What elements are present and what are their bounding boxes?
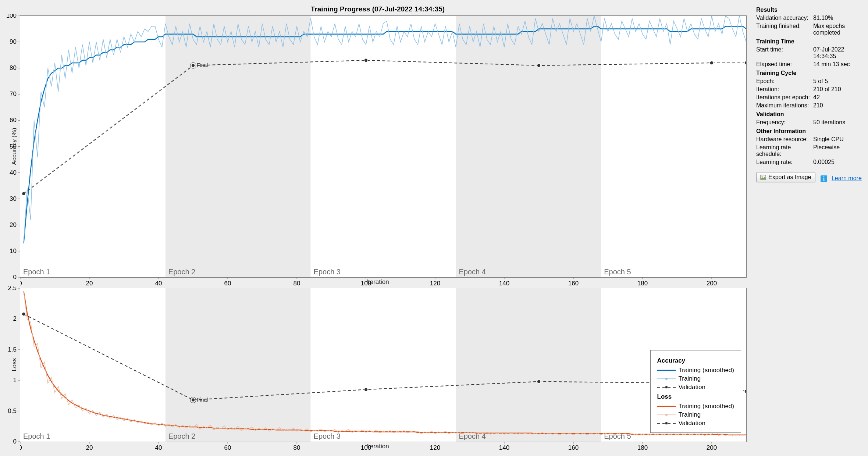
- lrs-value: Piecewise: [813, 144, 862, 157]
- svg-text:180: 180: [637, 280, 648, 287]
- freq-label: Frequency:: [756, 119, 813, 126]
- svg-text:140: 140: [499, 444, 509, 451]
- ipe-value: 42: [813, 94, 862, 101]
- svg-point-87: [665, 414, 668, 416]
- svg-text:20: 20: [86, 444, 93, 451]
- legend-acc-val: Validation: [679, 384, 705, 391]
- elapsed-label: Elapsed time:: [756, 61, 813, 68]
- image-icon: [760, 174, 766, 180]
- svg-point-82: [665, 378, 668, 380]
- svg-point-89: [665, 422, 668, 425]
- svg-text:90: 90: [10, 38, 17, 45]
- svg-text:200: 200: [707, 444, 717, 451]
- svg-text:Epoch 5: Epoch 5: [604, 268, 631, 276]
- legend: Accuracy Training (smoothed) Training Va…: [650, 350, 741, 433]
- iteration-label: Iteration:: [756, 86, 813, 93]
- svg-point-84: [665, 386, 668, 389]
- start-time-value: 07-Jul-2022 14:34:35: [813, 46, 862, 60]
- svg-text:2: 2: [13, 315, 17, 322]
- svg-text:200: 200: [707, 280, 717, 287]
- svg-text:50: 50: [10, 143, 17, 150]
- svg-text:160: 160: [568, 280, 579, 287]
- other-header: Other Information: [756, 128, 862, 135]
- svg-text:Epoch 2: Epoch 2: [168, 268, 195, 276]
- svg-text:1.5: 1.5: [8, 346, 17, 353]
- svg-text:0.5: 0.5: [8, 407, 17, 414]
- svg-point-11: [191, 64, 195, 67]
- max-iter-label: Maximum iterations:: [756, 102, 813, 109]
- loss-chart: Loss Epoch 1Epoch 2Epoch 3Epoch 4Epoch 5…: [9, 288, 747, 442]
- svg-point-74: [364, 388, 368, 391]
- svg-text:0: 0: [13, 438, 17, 445]
- svg-rect-4: [601, 16, 746, 277]
- hw-value: Single CPU: [813, 136, 862, 143]
- svg-text:Epoch 3: Epoch 3: [314, 268, 341, 276]
- svg-text:140: 140: [499, 280, 509, 287]
- svg-text:Epoch 4: Epoch 4: [459, 268, 485, 276]
- svg-rect-124: [761, 175, 766, 179]
- svg-text:Epoch 1: Epoch 1: [23, 268, 50, 276]
- svg-text:Epoch 1: Epoch 1: [23, 432, 50, 440]
- svg-rect-2: [311, 16, 456, 277]
- svg-text:Epoch 2: Epoch 2: [168, 432, 195, 440]
- svg-text:120: 120: [430, 280, 440, 287]
- svg-rect-1: [166, 16, 311, 277]
- svg-text:120: 120: [430, 444, 440, 451]
- svg-point-13: [537, 64, 541, 67]
- val-acc-value: 81.10%: [813, 15, 862, 21]
- svg-point-15: [744, 61, 746, 65]
- legend-loss-val: Validation: [679, 420, 705, 427]
- svg-text:180: 180: [637, 444, 648, 451]
- svg-rect-3: [456, 16, 601, 277]
- svg-text:60: 60: [10, 117, 17, 124]
- svg-text:40: 40: [155, 444, 162, 451]
- epoch-label: Epoch:: [756, 78, 813, 85]
- start-time-label: Start time:: [756, 46, 813, 60]
- svg-text:100: 100: [361, 444, 371, 451]
- svg-text:60: 60: [224, 444, 231, 451]
- svg-point-14: [710, 61, 714, 65]
- accuracy-chart: Accuracy (%) Epoch 1Epoch 2Epoch 3Epoch …: [9, 15, 747, 278]
- legend-loss-smoothed: Training (smoothed): [679, 403, 734, 410]
- svg-text:1: 1: [13, 377, 17, 384]
- page-title: Training Progress (07-Jul-2022 14:34:35): [9, 5, 747, 13]
- results-header: Results: [756, 7, 862, 13]
- svg-point-12: [364, 58, 368, 62]
- svg-text:Final: Final: [197, 396, 208, 402]
- train-finished-value: Max epochs completed: [813, 23, 862, 36]
- max-iter-value: 210: [813, 102, 862, 109]
- svg-text:20: 20: [86, 280, 93, 287]
- info-icon: i: [821, 175, 827, 182]
- svg-rect-0: [20, 16, 166, 277]
- svg-text:0: 0: [20, 280, 22, 287]
- validation-header: Validation: [756, 111, 862, 118]
- svg-point-73: [191, 398, 195, 402]
- svg-text:160: 160: [568, 444, 579, 451]
- iteration-value: 210 of 210: [813, 86, 862, 93]
- learn-more-link[interactable]: Learn more: [832, 175, 862, 181]
- sidebar: Results Validation accuracy:81.10% Train…: [750, 0, 868, 456]
- lr-label: Learning rate:: [756, 159, 813, 165]
- svg-text:30: 30: [10, 195, 17, 202]
- cycle-header: Training Cycle: [756, 70, 862, 76]
- legend-acc-raw: Training: [679, 375, 701, 382]
- svg-text:100: 100: [361, 280, 371, 287]
- svg-text:Epoch 3: Epoch 3: [314, 432, 341, 440]
- svg-text:10: 10: [10, 247, 17, 254]
- val-acc-label: Validation accuracy:: [756, 15, 813, 21]
- freq-value: 50 iterations: [813, 119, 862, 126]
- svg-text:80: 80: [294, 280, 300, 287]
- svg-text:60: 60: [224, 280, 231, 287]
- legend-acc-smoothed: Training (smoothed): [679, 367, 734, 374]
- svg-text:70: 70: [10, 90, 17, 97]
- export-button[interactable]: Export as Image: [756, 172, 815, 182]
- svg-point-72: [22, 312, 25, 316]
- lr-value: 0.00025: [813, 159, 862, 165]
- elapsed-value: 14 min 13 sec: [813, 61, 862, 68]
- svg-point-75: [537, 380, 541, 383]
- svg-rect-64: [311, 288, 456, 442]
- train-finished-label: Training finished:: [756, 23, 813, 36]
- lrs-label: Learning rate schedule:: [756, 144, 813, 157]
- svg-text:20: 20: [10, 221, 17, 228]
- svg-rect-62: [20, 288, 166, 442]
